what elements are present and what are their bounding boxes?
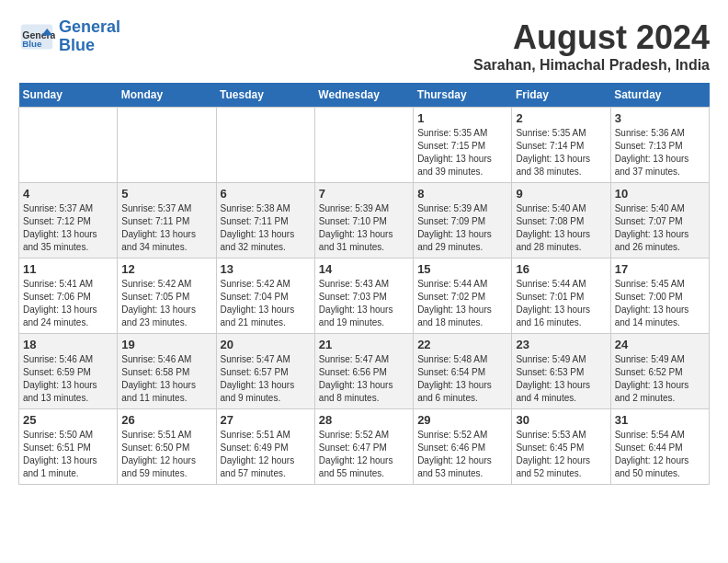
calendar-table: SundayMondayTuesdayWednesdayThursdayFrid… (18, 83, 710, 485)
calendar-week-row: 25Sunrise: 5:50 AM Sunset: 6:51 PM Dayli… (19, 409, 710, 485)
calendar-cell: 16Sunrise: 5:44 AM Sunset: 7:01 PM Dayli… (512, 259, 610, 334)
day-number: 15 (417, 262, 507, 276)
calendar-cell (314, 108, 413, 183)
title-block: August 2024 Sarahan, Himachal Pradesh, I… (473, 18, 710, 74)
calendar-cell (216, 108, 314, 183)
location-title: Sarahan, Himachal Pradesh, India (473, 57, 710, 74)
day-info: Sunrise: 5:37 AM Sunset: 7:11 PM Dayligh… (121, 202, 211, 254)
calendar-cell: 29Sunrise: 5:52 AM Sunset: 6:46 PM Dayli… (414, 409, 512, 485)
calendar-cell: 5Sunrise: 5:37 AM Sunset: 7:11 PM Daylig… (118, 183, 216, 259)
day-info: Sunrise: 5:43 AM Sunset: 7:03 PM Dayligh… (319, 278, 409, 329)
day-number: 12 (121, 262, 211, 276)
col-header-friday: Friday (512, 83, 610, 108)
day-number: 19 (121, 338, 211, 351)
calendar-cell: 14Sunrise: 5:43 AM Sunset: 7:03 PM Dayli… (314, 259, 413, 334)
day-info: Sunrise: 5:44 AM Sunset: 7:02 PM Dayligh… (417, 278, 507, 329)
day-info: Sunrise: 5:40 AM Sunset: 7:08 PM Dayligh… (516, 202, 606, 254)
day-info: Sunrise: 5:52 AM Sunset: 6:47 PM Dayligh… (319, 429, 409, 480)
col-header-sunday: Sunday (19, 83, 118, 108)
day-info: Sunrise: 5:40 AM Sunset: 7:07 PM Dayligh… (615, 202, 705, 254)
day-number: 22 (417, 338, 507, 351)
day-info: Sunrise: 5:35 AM Sunset: 7:15 PM Dayligh… (417, 127, 507, 178)
day-info: Sunrise: 5:51 AM Sunset: 6:49 PM Dayligh… (221, 429, 311, 480)
calendar-cell: 27Sunrise: 5:51 AM Sunset: 6:49 PM Dayli… (216, 409, 314, 485)
calendar-cell: 18Sunrise: 5:46 AM Sunset: 6:59 PM Dayli… (19, 334, 118, 409)
day-info: Sunrise: 5:44 AM Sunset: 7:01 PM Dayligh… (516, 278, 606, 329)
day-number: 5 (121, 187, 211, 201)
calendar-cell: 3Sunrise: 5:36 AM Sunset: 7:13 PM Daylig… (610, 108, 709, 183)
day-number: 3 (615, 111, 705, 125)
calendar-cell (19, 108, 118, 183)
calendar-cell: 24Sunrise: 5:49 AM Sunset: 6:52 PM Dayli… (610, 334, 709, 409)
day-info: Sunrise: 5:53 AM Sunset: 6:45 PM Dayligh… (516, 429, 606, 480)
calendar-cell: 21Sunrise: 5:47 AM Sunset: 6:56 PM Dayli… (314, 334, 413, 409)
day-number: 7 (319, 187, 409, 201)
calendar-cell: 30Sunrise: 5:53 AM Sunset: 6:45 PM Dayli… (512, 409, 610, 485)
day-info: Sunrise: 5:45 AM Sunset: 7:00 PM Dayligh… (615, 278, 705, 329)
calendar-cell: 6Sunrise: 5:38 AM Sunset: 7:11 PM Daylig… (216, 183, 314, 259)
calendar-cell (118, 108, 216, 183)
day-number: 8 (417, 187, 507, 201)
logo-text: General Blue (59, 18, 120, 55)
day-info: Sunrise: 5:48 AM Sunset: 6:54 PM Dayligh… (417, 353, 507, 405)
logo-icon: General Blue (18, 23, 55, 51)
day-number: 1 (417, 111, 507, 125)
day-number: 20 (221, 338, 311, 351)
calendar-week-row: 4Sunrise: 5:37 AM Sunset: 7:12 PM Daylig… (19, 183, 710, 259)
day-info: Sunrise: 5:52 AM Sunset: 6:46 PM Dayligh… (417, 429, 507, 480)
calendar-cell: 15Sunrise: 5:44 AM Sunset: 7:02 PM Dayli… (414, 259, 512, 334)
calendar-cell: 2Sunrise: 5:35 AM Sunset: 7:14 PM Daylig… (512, 108, 610, 183)
calendar-cell: 17Sunrise: 5:45 AM Sunset: 7:00 PM Dayli… (610, 259, 709, 334)
day-number: 14 (319, 262, 409, 276)
calendar-week-row: 1Sunrise: 5:35 AM Sunset: 7:15 PM Daylig… (19, 108, 710, 183)
calendar-cell: 11Sunrise: 5:41 AM Sunset: 7:06 PM Dayli… (19, 259, 118, 334)
calendar-cell: 26Sunrise: 5:51 AM Sunset: 6:50 PM Dayli… (118, 409, 216, 485)
calendar-cell: 25Sunrise: 5:50 AM Sunset: 6:51 PM Dayli… (19, 409, 118, 485)
calendar-cell: 1Sunrise: 5:35 AM Sunset: 7:15 PM Daylig… (414, 108, 512, 183)
col-header-tuesday: Tuesday (216, 83, 314, 108)
day-info: Sunrise: 5:51 AM Sunset: 6:50 PM Dayligh… (121, 429, 211, 480)
calendar-cell: 10Sunrise: 5:40 AM Sunset: 7:07 PM Dayli… (610, 183, 709, 259)
calendar-cell: 9Sunrise: 5:40 AM Sunset: 7:08 PM Daylig… (512, 183, 610, 259)
day-info: Sunrise: 5:50 AM Sunset: 6:51 PM Dayligh… (23, 429, 113, 480)
calendar-cell: 7Sunrise: 5:39 AM Sunset: 7:10 PM Daylig… (314, 183, 413, 259)
calendar-week-row: 11Sunrise: 5:41 AM Sunset: 7:06 PM Dayli… (19, 259, 710, 334)
day-number: 10 (615, 187, 705, 201)
day-number: 9 (516, 187, 606, 201)
day-info: Sunrise: 5:41 AM Sunset: 7:06 PM Dayligh… (23, 278, 113, 329)
day-info: Sunrise: 5:54 AM Sunset: 6:44 PM Dayligh… (615, 429, 705, 480)
logo: General Blue General Blue (18, 18, 120, 55)
day-number: 6 (221, 187, 311, 201)
col-header-monday: Monday (118, 83, 216, 108)
page-header: General Blue General Blue August 2024 Sa… (18, 18, 710, 74)
day-info: Sunrise: 5:35 AM Sunset: 7:14 PM Dayligh… (516, 127, 606, 178)
day-number: 11 (23, 262, 113, 276)
calendar-cell: 20Sunrise: 5:47 AM Sunset: 6:57 PM Dayli… (216, 334, 314, 409)
calendar-cell: 19Sunrise: 5:46 AM Sunset: 6:58 PM Dayli… (118, 334, 216, 409)
calendar-cell: 31Sunrise: 5:54 AM Sunset: 6:44 PM Dayli… (610, 409, 709, 485)
day-number: 31 (615, 413, 705, 427)
day-number: 26 (121, 413, 211, 427)
day-info: Sunrise: 5:38 AM Sunset: 7:11 PM Dayligh… (221, 202, 311, 254)
day-number: 28 (319, 413, 409, 427)
day-info: Sunrise: 5:49 AM Sunset: 6:53 PM Dayligh… (516, 353, 606, 405)
col-header-wednesday: Wednesday (314, 83, 413, 108)
day-info: Sunrise: 5:37 AM Sunset: 7:12 PM Dayligh… (23, 202, 113, 254)
day-info: Sunrise: 5:36 AM Sunset: 7:13 PM Dayligh… (615, 127, 705, 178)
calendar-cell: 22Sunrise: 5:48 AM Sunset: 6:54 PM Dayli… (414, 334, 512, 409)
day-number: 30 (516, 413, 606, 427)
calendar-header-row: SundayMondayTuesdayWednesdayThursdayFrid… (19, 83, 710, 108)
day-info: Sunrise: 5:47 AM Sunset: 6:57 PM Dayligh… (221, 353, 311, 405)
day-number: 18 (23, 338, 113, 351)
day-number: 25 (23, 413, 113, 427)
calendar-cell: 23Sunrise: 5:49 AM Sunset: 6:53 PM Dayli… (512, 334, 610, 409)
day-info: Sunrise: 5:47 AM Sunset: 6:56 PM Dayligh… (319, 353, 409, 405)
calendar-cell: 28Sunrise: 5:52 AM Sunset: 6:47 PM Dayli… (314, 409, 413, 485)
day-number: 23 (516, 338, 606, 351)
day-number: 2 (516, 111, 606, 125)
day-number: 21 (319, 338, 409, 351)
day-number: 27 (221, 413, 311, 427)
col-header-thursday: Thursday (414, 83, 512, 108)
day-number: 17 (615, 262, 705, 276)
day-number: 16 (516, 262, 606, 276)
